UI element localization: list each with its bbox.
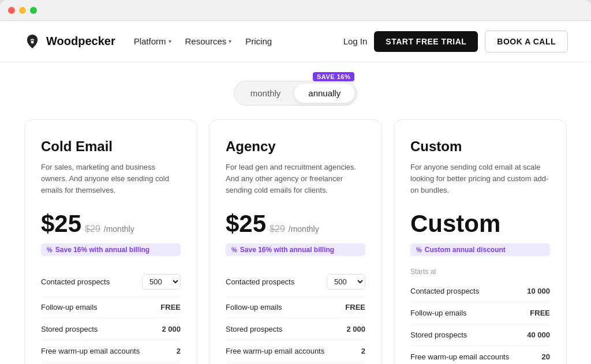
feature-followup-emails: Follow-up emails FREE xyxy=(41,297,181,318)
cold-email-discount-badge: % Save 16% with annual billing xyxy=(41,243,181,256)
browser-window: Woodpecker Platform ▾ Resources ▾ Pricin… xyxy=(0,0,591,364)
feature-warmup-agency: Free warm-up email accounts 2 xyxy=(226,340,365,362)
agency-title: Agency xyxy=(226,138,365,155)
feature-contacted-prospects: Contacted prospects 50010002000 xyxy=(41,268,181,297)
cold-email-desc: For sales, marketing and business owners… xyxy=(41,162,181,196)
logo-icon xyxy=(23,32,42,51)
prospects-select-cold[interactable]: 50010002000 xyxy=(142,274,181,290)
nav-actions: Log In START FREE TRIAL BOOK A CALL xyxy=(343,31,568,52)
nav-resources[interactable]: Resources ▾ xyxy=(185,36,232,46)
nav-links: Platform ▾ Resources ▾ Pricing xyxy=(134,36,343,46)
feature-followup-agency: Follow-up emails FREE xyxy=(226,297,365,318)
prospects-select-agency[interactable]: 50010002000 xyxy=(327,274,365,290)
custom-discount-badge: % Custom annual discount xyxy=(410,243,550,256)
feature-contacted-prospects-agency: Contacted prospects 50010002000 xyxy=(226,268,365,297)
cold-email-price-period: /monthly xyxy=(104,224,134,234)
navbar: Woodpecker Platform ▾ Resources ▾ Pricin… xyxy=(0,21,591,62)
agency-features: Contacted prospects 50010002000 Follow-u… xyxy=(226,268,365,364)
browser-chrome xyxy=(0,0,591,21)
custom-title: Custom xyxy=(410,138,550,155)
book-call-button[interactable]: BOOK A CALL xyxy=(485,31,568,52)
annually-option[interactable]: annually xyxy=(294,84,354,103)
feature-contacted-prospects-custom: Contacted prospects 10 000 xyxy=(410,280,550,302)
cold-email-title: Cold Email xyxy=(41,138,181,155)
chevron-down-icon: ▾ xyxy=(169,38,171,44)
feature-warmup-custom: Free warm-up email accounts 20 xyxy=(410,346,550,364)
cold-email-card: Cold Email For sales, marketing and busi… xyxy=(24,119,197,364)
pricing-cards: Cold Email For sales, marketing and busi… xyxy=(0,119,591,364)
chevron-down-icon: ▾ xyxy=(229,38,231,44)
agency-price-original: $29 xyxy=(270,224,285,234)
cold-email-features: Contacted prospects 50010002000 Follow-u… xyxy=(41,268,181,364)
custom-price: Custom xyxy=(410,210,550,238)
feature-warmup-accounts: Free warm-up email accounts 2 xyxy=(41,340,181,362)
monthly-option[interactable]: monthly xyxy=(237,84,295,103)
custom-card: Custom For anyone sending cold email at … xyxy=(394,119,567,364)
cold-email-price-original: $29 xyxy=(85,224,100,234)
billing-toggle-section: monthly annually SAVE 16% xyxy=(0,62,591,119)
feature-followup-custom: Follow-up emails FREE xyxy=(410,302,550,324)
agency-discount-badge: % Save 16% with annual billing xyxy=(226,243,365,256)
agency-price-main: $25 xyxy=(226,210,266,238)
svg-point-0 xyxy=(31,40,34,43)
feature-stored-prospects: Stored prospects 2 000 xyxy=(41,318,181,340)
feature-stored-custom: Stored prospects 40 000 xyxy=(410,324,550,346)
agency-desc: For lead gen and recruitment agencies. A… xyxy=(226,162,365,196)
nav-pricing[interactable]: Pricing xyxy=(245,36,272,46)
dot-yellow[interactable] xyxy=(19,7,26,14)
nav-platform[interactable]: Platform ▾ xyxy=(134,36,171,46)
custom-desc: For anyone sending cold email at scale l… xyxy=(410,162,550,196)
agency-card: Agency For lead gen and recruitment agen… xyxy=(209,119,382,364)
cold-email-price-main: $25 xyxy=(41,210,81,238)
dot-red[interactable] xyxy=(8,7,15,14)
logo-text: Woodpecker xyxy=(46,35,115,48)
billing-toggle: monthly annually SAVE 16% xyxy=(234,81,357,106)
logo: Woodpecker xyxy=(23,32,115,51)
page: Woodpecker Platform ▾ Resources ▾ Pricin… xyxy=(0,21,591,364)
agency-price-period: /monthly xyxy=(289,224,319,234)
starts-at-label: Starts at xyxy=(410,268,550,276)
agency-price-row: $25 $29 /monthly xyxy=(226,210,365,238)
start-trial-button[interactable]: START FREE TRIAL xyxy=(374,31,478,52)
save-badge: SAVE 16% xyxy=(313,72,354,81)
custom-features: Contacted prospects 10 000 Follow-up ema… xyxy=(410,280,550,364)
cold-email-price-row: $25 $29 /monthly xyxy=(41,210,181,238)
login-button[interactable]: Log In xyxy=(343,36,368,46)
feature-stored-agency: Stored prospects 2 000 xyxy=(226,318,365,340)
dot-green[interactable] xyxy=(30,7,37,14)
